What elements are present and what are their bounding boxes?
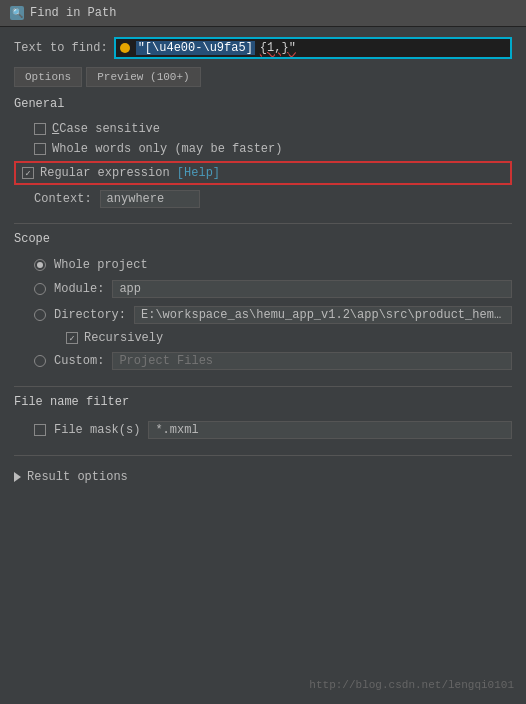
regular-expression-label: Regular expression [Help] [40,166,220,180]
divider-2 [14,386,512,387]
file-mask-checkbox[interactable] [34,424,46,436]
file-mask-row: File mask(s) [14,417,512,443]
warning-dot [120,43,130,53]
result-options-row[interactable]: Result options [14,464,512,490]
context-input[interactable] [100,190,200,208]
recursively-label: Recursively [84,331,163,345]
module-radio[interactable] [34,283,46,295]
tab-preview[interactable]: Preview (100+) [86,67,200,87]
custom-label-row: Custom: [54,352,512,370]
whole-words-checkbox[interactable] [34,143,46,155]
custom-radio[interactable] [34,355,46,367]
window-title: Find in Path [30,6,116,20]
recursively-checkbox[interactable] [66,332,78,344]
directory-label: Directory: [54,308,126,322]
whole-project-label: Whole project [54,258,148,272]
recursively-row: Recursively [14,328,512,348]
tabs-row: Options Preview (100+) [14,67,512,87]
general-title: General [14,97,512,111]
module-label: Module: [54,282,104,296]
general-section: General CCase sensitive Whole words only… [14,97,512,211]
module-input[interactable] [112,280,512,298]
footer-url: http://blog.csdn.net/lengqi0101 [309,679,514,691]
file-mask-label: File mask(s) [54,423,140,437]
main-content: Text to find: "[\u4e00-\u9fa5]{1,}" Opti… [0,27,526,699]
expand-icon [14,472,21,482]
search-remainder-text: {1,}" [258,41,298,55]
directory-row: Directory: [14,302,512,328]
find-icon: 🔍 [10,6,24,20]
directory-radio[interactable] [34,309,46,321]
text-to-find-label: Text to find: [14,41,108,55]
search-selected-text: "[\u4e00-\u9fa5] [136,41,255,55]
tab-options[interactable]: Options [14,67,82,87]
result-options-label: Result options [27,470,128,484]
custom-label: Custom: [54,354,104,368]
custom-row: Custom: [14,348,512,374]
scope-section: Scope Whole project Module: Directory: [14,232,512,374]
directory-input[interactable] [134,306,512,324]
file-mask-input[interactable] [148,421,512,439]
input-display: "[\u4e00-\u9fa5]{1,}" [120,41,506,55]
title-bar: 🔍 Find in Path [0,0,526,27]
whole-words-row: Whole words only (may be faster) [14,139,512,159]
directory-label-row: Directory: [54,306,512,324]
whole-words-label: Whole words only (may be faster) [52,142,282,156]
context-label: Context: [34,192,92,206]
scope-title: Scope [14,232,512,246]
help-link[interactable]: [Help] [177,166,220,180]
divider-3 [14,455,512,456]
regular-expression-row: Regular expression [Help] [14,161,512,185]
custom-input[interactable] [112,352,512,370]
module-row: Module: [14,276,512,302]
module-label-row: Module: [54,280,512,298]
search-input-container[interactable]: "[\u4e00-\u9fa5]{1,}" [114,37,512,59]
case-sensitive-row: CCase sensitive [14,119,512,139]
divider-1 [14,223,512,224]
case-sensitive-label: CCase sensitive [52,122,160,136]
file-filter-section: File name filter File mask(s) [14,395,512,443]
context-row: Context: [14,187,512,211]
whole-project-radio[interactable] [34,259,46,271]
case-sensitive-checkbox[interactable] [34,123,46,135]
whole-project-row: Whole project [14,254,512,276]
regular-expression-checkbox[interactable] [22,167,34,179]
text-find-row: Text to find: "[\u4e00-\u9fa5]{1,}" [14,37,512,59]
file-filter-title: File name filter [14,395,512,409]
